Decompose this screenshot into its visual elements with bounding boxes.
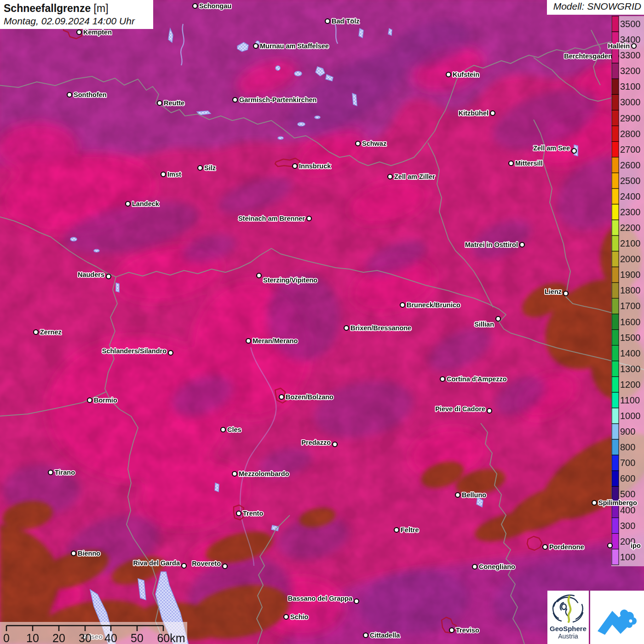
- city-label: Imst: [167, 171, 181, 178]
- colorbar-swatch: [612, 439, 619, 455]
- city-dot: [449, 628, 454, 632]
- colorbar-tick-label: 2100: [620, 238, 641, 248]
- city-dot: [34, 330, 38, 334]
- geosphere-wordmark: GeoSphere: [547, 625, 589, 632]
- city-label: Garmisch-Partenkirchen: [239, 96, 316, 104]
- colorbar-tick-label: 1400: [620, 348, 641, 358]
- city-dot: [221, 427, 225, 432]
- city-label: Treviso: [456, 627, 479, 634]
- city-label: Trento: [243, 510, 263, 517]
- city-marker: Brixen/Bressanone: [344, 324, 411, 332]
- city-dot: [168, 351, 173, 355]
- city-marker: Meran/Merano: [246, 337, 298, 345]
- city-label: Bozen/Bolzano: [286, 393, 334, 401]
- colorbar-swatch: [612, 298, 619, 314]
- colorbar-tick-label: 1000: [620, 411, 641, 421]
- colorbar-swatch: [612, 173, 619, 189]
- city-label: Berchtesgaden: [564, 52, 612, 60]
- city-label: Kempten: [83, 29, 112, 36]
- scale-bar-label: 10: [26, 632, 39, 644]
- city-label: Zernez: [40, 328, 62, 336]
- city-marker: Cortina d'Ampezzo: [440, 375, 507, 383]
- colorbar-swatch: [612, 157, 619, 173]
- city-label: Silz: [204, 164, 216, 172]
- city-dot: [106, 274, 111, 279]
- colorbar-swatch: [612, 267, 619, 282]
- colorbar-swatch: [612, 251, 619, 267]
- colorbar-swatch: [612, 94, 619, 110]
- city-marker: Mezzolombardo: [232, 470, 289, 477]
- colorbar-swatch: [612, 392, 619, 408]
- city-marker: Cles: [221, 426, 242, 433]
- weather-map: SchongauBad TölzKemptenMurnau am Staffel…: [0, 0, 644, 644]
- colorbar-tick-label: 1100: [620, 395, 640, 405]
- partner-logo-panel: [590, 591, 644, 644]
- city-label: Cortina d'Ampezzo: [447, 375, 507, 383]
- city-label: Brixen/Bressanone: [351, 324, 411, 332]
- city-marker: Steinach am Brenner: [238, 215, 311, 222]
- colorbar-swatch: [612, 204, 619, 220]
- scale-bar-label: 0: [3, 632, 10, 644]
- city-dot: [472, 564, 477, 569]
- snowline-map-screenshot: SchongauBad TölzKemptenMurnau am Staffel…: [0, 0, 644, 644]
- scale-bar-label: 60km: [157, 632, 185, 644]
- city-dot: [253, 44, 258, 48]
- city-label: Zell am See: [533, 144, 570, 152]
- city-label: Spilimbergo: [598, 499, 637, 506]
- city-label: Murnau am Staffelsee: [260, 42, 329, 50]
- city-label: Sterzing/Vipiteno: [263, 276, 317, 284]
- city-dot: [193, 4, 197, 8]
- title-parameter: Schneefallgrenze: [4, 2, 91, 14]
- city-dot: [388, 174, 392, 179]
- city-dot: [161, 172, 166, 177]
- city-dot: [293, 164, 297, 168]
- city-dot: [344, 326, 349, 330]
- colorbar-tick-label: 3200: [620, 66, 641, 76]
- city-label: Rovereto: [192, 560, 221, 567]
- city-dot: [48, 470, 53, 475]
- colorbar-tick-label: 900: [620, 426, 635, 437]
- city-label: Matrei in Osttirol: [465, 241, 518, 248]
- colorbar-swatch: [612, 549, 619, 565]
- city-label: Cittadella: [370, 632, 400, 639]
- colorbar-swatch: [612, 314, 619, 330]
- city-dot: [608, 543, 612, 548]
- city-label: Zell am Ziller: [394, 173, 435, 180]
- city-dot: [564, 291, 568, 296]
- city-label: Cles: [227, 426, 242, 433]
- scale-bar: 0102030405060km: [0, 622, 187, 644]
- city-marker: Bruneck/Brunico: [400, 301, 460, 309]
- colorbar-tick-label: 2500: [620, 176, 641, 186]
- city-dot: [509, 161, 513, 166]
- city-label: Kufstein: [453, 71, 479, 78]
- city-dot: [394, 528, 399, 532]
- city-dot: [182, 564, 186, 568]
- colorbar-swatch: [612, 330, 619, 345]
- colorbar-tick-label: 800: [620, 442, 635, 452]
- map-title: Schneefallgrenze [m]: [4, 2, 153, 15]
- city-marker: Schlanders/Silandro: [102, 347, 173, 355]
- colorbar-tick-label: 2700: [620, 144, 641, 155]
- colorbar-tick-label: 2900: [620, 113, 641, 123]
- colorbar-tick-label: 1200: [620, 380, 641, 390]
- colorbar-tick-label: 1600: [620, 317, 641, 327]
- city-label: Belluno: [462, 491, 486, 499]
- colorbar-swatch: [612, 345, 619, 361]
- colorbar-tick-label: 2800: [620, 129, 641, 139]
- city-dot: [490, 111, 495, 115]
- city-dot: [307, 216, 311, 221]
- city-label: Pordenone: [549, 543, 584, 551]
- city-label: Schongau: [199, 2, 231, 10]
- colorbar-swatch: [612, 534, 619, 549]
- scale-bar-label: 30: [79, 632, 92, 644]
- city-label: Sillian: [474, 321, 494, 328]
- colorbar-swatch: [612, 361, 619, 377]
- city-label: Mittersill: [515, 160, 543, 167]
- colorbar-tick-label: 2400: [620, 191, 641, 201]
- city-dot: [67, 92, 72, 97]
- city-marker: Berchtesgaden: [564, 52, 619, 60]
- colorbar-tick-label: 3500: [620, 19, 641, 29]
- title-panel: Schneefallgrenze [m] Montag, 02.09.2024 …: [0, 0, 153, 29]
- colorbar-tick-label: 100: [620, 552, 635, 562]
- city-label: Innsbruck: [299, 162, 331, 170]
